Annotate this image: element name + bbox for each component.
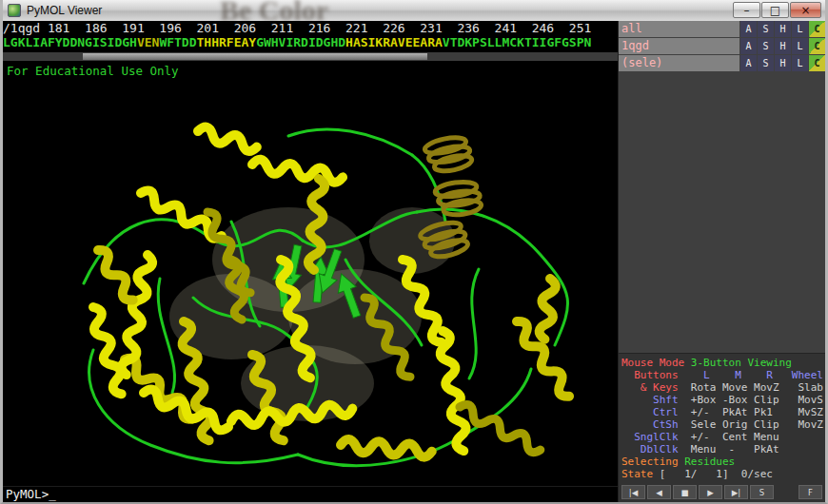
object-name[interactable]: all <box>619 21 739 37</box>
object-h-button[interactable]: H <box>775 55 791 71</box>
molecule-structure[interactable] <box>3 79 618 486</box>
viewport[interactable] <box>3 79 618 486</box>
mouse-panel-row: Ctrl +/- PkAt Pk1 MvSZ <box>621 406 823 418</box>
desktop-background-text: Be Color <box>220 0 328 21</box>
vcr-controls: |◀◀■▶▶|SF <box>619 482 825 502</box>
mouse-panel-row: Buttons L M R Wheel <box>621 369 823 381</box>
object-c-button[interactable]: C <box>809 21 825 37</box>
command-line[interactable]: PyMOL>_ <box>3 486 618 502</box>
window-controls: – □ × <box>733 2 821 18</box>
sequence-scrollbar[interactable] <box>3 52 618 61</box>
sequence-segment[interactable]: VEN <box>137 35 159 49</box>
vcr-play-button[interactable]: ▶ <box>699 485 722 499</box>
mouse-panel-row: Mouse Mode 3-Button Viewing <box>621 357 823 369</box>
window-title: PyMOL Viewer <box>27 4 102 17</box>
sequence-residues: LGKLIAFYDDNGISIDGHVENWFTDDTHHRFEAYGWHVIR… <box>3 35 618 50</box>
sequence-segment[interactable]: GWHVIRDIDGHD <box>256 35 345 49</box>
sequence-segment[interactable]: THHRFEAY <box>197 35 257 49</box>
mouse-panel-row: & Keys Rota Move MovZ Slab <box>621 381 823 394</box>
command-prompt: PyMOL> <box>6 487 49 501</box>
watermark-text: For Educational Use Only <box>3 63 618 79</box>
object-l-button[interactable]: L <box>792 21 808 37</box>
side-panel: allASHLC1qgdASHLC(sele)ASHLC Mouse Mode … <box>618 21 825 502</box>
viewer-area: /1qgd 181 186 191 196 201 206 211 216 22… <box>3 21 618 502</box>
vcr-end-button[interactable]: ▶| <box>724 485 748 499</box>
mouse-panel-row: SnglClk +/- Cent Menu <box>621 431 823 443</box>
mouse-panel-row: Shft +Box -Box Clip MovS <box>621 394 823 406</box>
sequence-ruler: /1qgd 181 186 191 196 201 206 211 216 22… <box>3 21 618 35</box>
mouse-panel-row: DblClk Menu - PkAt <box>621 443 823 456</box>
mouse-panel-row: State [ 1/ 1] 0/sec <box>621 468 823 480</box>
vcr-stop-button[interactable]: ■ <box>673 485 697 499</box>
object-h-button[interactable]: H <box>775 21 791 37</box>
object-s-button[interactable]: S <box>758 38 774 54</box>
minimize-button[interactable]: – <box>733 2 760 18</box>
object-a-button[interactable]: A <box>740 38 757 54</box>
sequence-segment[interactable]: HASIKRAVEEARA <box>345 35 443 49</box>
mouse-panel-row: CtSh Sele Orig Clip MovZ <box>621 418 823 431</box>
maximize-button[interactable]: □ <box>761 2 789 18</box>
vcr-scene-button[interactable]: S <box>750 485 774 499</box>
sequence-segment[interactable]: VTDKPSLLMCKTIIGFGSPN <box>443 35 592 49</box>
vcr-fullscreen-button[interactable]: F <box>798 485 822 499</box>
object-c-button[interactable]: C <box>809 38 825 54</box>
object-l-button[interactable]: L <box>792 55 808 71</box>
object-s-button[interactable]: S <box>758 55 774 71</box>
command-cursor: _ <box>49 487 56 501</box>
object-s-button[interactable]: S <box>758 21 774 37</box>
panel-spacer <box>619 72 825 353</box>
object-a-button[interactable]: A <box>740 21 757 37</box>
object-h-button[interactable]: H <box>775 38 791 54</box>
object-row-sele: (sele)ASHLC <box>619 55 825 71</box>
sequence-scrollbar-handle[interactable] <box>83 53 427 60</box>
sequence-segment[interactable]: LGKLIAFYDDNGISIDGH <box>3 35 137 49</box>
sequence-segment[interactable]: WFTDD <box>159 35 196 49</box>
vcr-rewind-button[interactable]: |◀ <box>621 485 645 499</box>
titlebar[interactable]: Be Color PyMOL Viewer – □ × <box>3 0 825 21</box>
mouse-panel: Mouse Mode 3-Button Viewing Buttons L M … <box>619 353 825 482</box>
object-panel-rows: allASHLC1qgdASHLC(sele)ASHLC <box>619 21 825 72</box>
object-row-1qgd: 1qgdASHLC <box>619 38 825 54</box>
object-c-button[interactable]: C <box>809 55 825 71</box>
mouse-panel-row: Selecting Residues <box>621 456 823 468</box>
object-name[interactable]: 1qgd <box>619 38 739 54</box>
pymol-app-icon <box>8 4 21 17</box>
vcr-back-button[interactable]: ◀ <box>647 485 671 499</box>
object-l-button[interactable]: L <box>792 38 808 54</box>
object-row-all: allASHLC <box>619 21 825 37</box>
pymol-window: Be Color PyMOL Viewer – □ × /1qgd 181 18… <box>0 0 828 504</box>
close-button[interactable]: × <box>790 2 821 18</box>
object-a-button[interactable]: A <box>740 55 757 71</box>
object-name[interactable]: (sele) <box>619 55 739 71</box>
